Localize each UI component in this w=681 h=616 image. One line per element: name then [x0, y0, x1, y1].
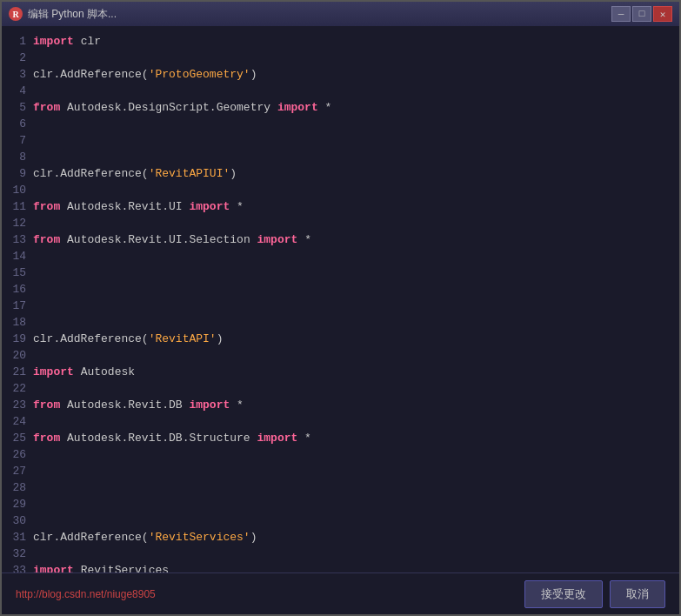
title-bar: R 编辑 Python 脚本... — □ ✕ [2, 2, 679, 26]
footer-buttons: 接受更改 取消 [524, 580, 665, 608]
cancel-button[interactable]: 取消 [610, 580, 665, 608]
window-title: 编辑 Python 脚本... [28, 7, 117, 22]
accept-button[interactable]: 接受更改 [524, 580, 603, 608]
close-button[interactable]: ✕ [653, 6, 672, 22]
app-icon: R [9, 7, 23, 21]
minimize-button[interactable]: — [611, 6, 631, 22]
code-editor[interactable]: 12345 678910 1112131415 1617181920 21222… [2, 26, 679, 572]
footer-url: http://blog.csdn.net/niuge8905 [16, 588, 156, 600]
line-numbers: 12345 678910 1112131415 1617181920 21222… [2, 26, 30, 572]
code-content: 12345 678910 1112131415 1617181920 21222… [2, 26, 679, 572]
window-controls: — □ ✕ [611, 6, 672, 22]
code-text: import clr clr.AddReference('ProtoGeomet… [30, 26, 679, 572]
maximize-button[interactable]: □ [632, 6, 651, 22]
title-bar-left: R 编辑 Python 脚本... [9, 7, 117, 22]
main-window: R 编辑 Python 脚本... — □ ✕ 12345 678910 111… [0, 0, 681, 616]
footer: http://blog.csdn.net/niuge8905 接受更改 取消 [2, 572, 679, 614]
